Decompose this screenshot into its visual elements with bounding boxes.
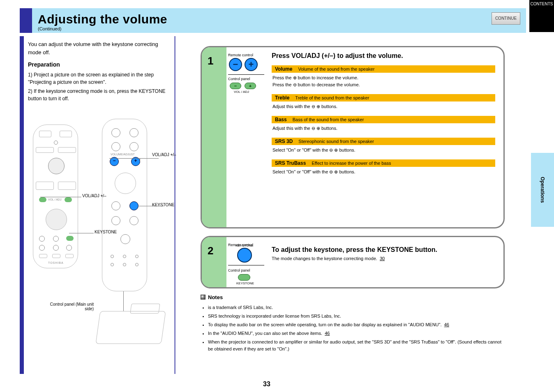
remote-label: Remote control xyxy=(228,53,253,57)
intro-text: You can adjust the volume with the keyst… xyxy=(28,40,172,56)
notes-section: Notes is a trademark of SRS Labs, Inc. S… xyxy=(201,293,505,354)
divider xyxy=(228,265,264,265)
keystone-label: KEYSTONE xyxy=(236,281,254,285)
minus-button[interactable]: − xyxy=(230,83,241,89)
callout-keystone-left: KEYSTONE xyxy=(95,230,117,234)
callout-control-panel: Control panel (Main unit side) xyxy=(44,302,94,311)
contents-tab[interactable]: CONTENTS xyxy=(529,0,554,32)
plus-button[interactable]: + xyxy=(245,58,258,71)
trubass-bar: SRS TruBass Effect to increase the power… xyxy=(272,159,495,167)
header-accent xyxy=(20,8,32,33)
step-number: 2 xyxy=(208,244,213,257)
step-2-leftbar xyxy=(202,237,226,287)
step-2-sub: The mode changes to the keystone correct… xyxy=(272,256,495,261)
divider xyxy=(228,74,264,75)
step-2-content: To adjust the keystone, press the KEYSTO… xyxy=(272,246,495,261)
bar-detail: Press the ⊕ button to increase the volum… xyxy=(272,74,495,88)
remote-tall-outline: − + VOLUME/ADJUST xyxy=(102,119,147,291)
manual-page: Adjusting the volume (Continued) CONTINU… xyxy=(0,0,554,392)
notes-item: is a trademark of SRS Labs, Inc. xyxy=(208,304,505,311)
notes-item: SRS technology is incorporated under lic… xyxy=(208,313,505,320)
preparation-list: 1) Project a picture on the screen as ex… xyxy=(28,71,172,102)
minus-button[interactable] xyxy=(39,197,46,202)
plus-button[interactable] xyxy=(65,197,72,202)
section-tab-operations[interactable]: Operations xyxy=(531,153,554,227)
bar-detail: Select "On" or "Off" with the ⊖ ⊕ button… xyxy=(272,168,495,175)
bass-bar: Bass Bass of the sound from the speaker xyxy=(272,116,495,123)
remote-illustrations: VOL / ADJ TOSHIBA xyxy=(28,119,172,365)
keystone-button[interactable] xyxy=(66,236,74,241)
control-label: Control panel xyxy=(228,77,250,81)
bar-detail: Adjust this with the ⊖ ⊕ buttons. xyxy=(272,103,495,110)
column-divider xyxy=(174,36,175,374)
step-2-title: To adjust the keystone, press the KEYSTO… xyxy=(272,246,495,254)
vol-label: VOL / ADJ xyxy=(234,90,249,94)
treble-bar: Treble Treble of the sound from the spea… xyxy=(272,94,495,101)
page-ref-link[interactable]: 46 xyxy=(325,331,330,336)
section-tab-label: Operations xyxy=(540,177,545,203)
keystone-label: KEYSTONE xyxy=(235,244,253,247)
preparation-heading: Preparation xyxy=(28,61,172,68)
volume-bar: Volume Volume of the sound from the spea… xyxy=(272,65,495,73)
continue-button[interactable]: CONTINUE xyxy=(492,12,520,25)
dpad xyxy=(46,209,67,230)
bar-desc: Treble of the sound from the speaker xyxy=(295,95,369,100)
remote-compact-outline: VOL / ADJ TOSHIBA xyxy=(33,125,78,268)
bar-detail: Select "On" or "Off" with the ⊖ ⊕ button… xyxy=(272,147,495,154)
bar-name: SRS TruBass xyxy=(275,160,306,166)
left-column: You can adjust the volume with the keyst… xyxy=(28,36,172,365)
notes-heading: Notes xyxy=(201,293,505,302)
prep-item: 1) Project a picture on the screen as ex… xyxy=(28,71,172,86)
control-label: Control panel xyxy=(228,268,250,272)
bar-desc: Volume of the sound from the speaker xyxy=(298,67,374,71)
step-2-panel: 2 Remote control KEYSTONE Control panel … xyxy=(201,236,505,288)
page-number: 33 xyxy=(263,380,270,388)
prep-item: 2) If the keystone correcting mode is on… xyxy=(28,88,172,102)
step-number: 1 xyxy=(208,55,213,67)
page-title: Adjusting the volume xyxy=(38,12,167,26)
bar-name: Volume xyxy=(275,66,292,72)
bar-desc: Stereophonic sound from the speaker xyxy=(298,139,374,144)
left-rule xyxy=(20,36,24,374)
callout-vol-top: VOL/ADJ +/– xyxy=(152,152,176,157)
right-column: 1 Remote control − + Control panel − + V… xyxy=(201,46,505,296)
bar-desc: Bass of the sound from the speaker xyxy=(293,117,364,122)
notes-item: When the projector is connected to an am… xyxy=(208,339,505,353)
keystone-button[interactable] xyxy=(238,274,250,281)
vol-adj-label: VOL / ADJ xyxy=(48,198,61,201)
bar-name: Bass xyxy=(275,117,287,122)
bar-name: Treble xyxy=(275,95,289,101)
notes-item: In the "AUDIO MENU", you can also set th… xyxy=(208,330,505,337)
notes-list: is a trademark of SRS Labs, Inc. SRS tec… xyxy=(201,304,505,353)
page-ref-link[interactable]: 46 xyxy=(444,322,449,327)
dpad xyxy=(115,173,136,194)
keystone-button[interactable] xyxy=(237,248,252,263)
keystone-button[interactable] xyxy=(129,201,138,210)
srs3d-bar: SRS 3D Stereophonic sound from the speak… xyxy=(272,138,495,145)
bar-desc: Effect to increase the power of the bass xyxy=(312,161,391,166)
brand-label: TOSHIBA xyxy=(48,261,64,264)
bar-name: SRS 3D xyxy=(275,138,293,144)
step-1-content: Press VOL/ADJ (+/–) to adjust the volume… xyxy=(272,52,495,175)
remote-tall-body: − + VOLUME/ADJUST xyxy=(102,119,147,291)
page-ref-link[interactable]: 30 xyxy=(380,256,385,261)
step-1-panel: 1 Remote control − + Control panel − + V… xyxy=(201,46,505,228)
vol-adj-label: VOLUME/ADJUST xyxy=(111,153,135,156)
callout-keystone-right: KEYSTONE xyxy=(152,203,174,207)
bar-detail: Adjust this with the ⊖ ⊕ buttons. xyxy=(272,125,495,132)
projector-illustration xyxy=(98,304,168,349)
step-1-title: Press VOL/ADJ (+/–) to adjust the volume… xyxy=(272,52,495,60)
callout-vol-left: VOL/ADJ +/– xyxy=(82,194,106,198)
remote-compact-body: VOL / ADJ TOSHIBA xyxy=(33,125,78,268)
minus-button[interactable]: − xyxy=(229,58,242,71)
page-subtitle: (Continued) xyxy=(38,26,61,31)
step-1-leftbar xyxy=(202,47,226,227)
notes-item: To display the audio bar on the screen w… xyxy=(208,321,505,328)
plus-button[interactable]: + xyxy=(245,83,256,89)
